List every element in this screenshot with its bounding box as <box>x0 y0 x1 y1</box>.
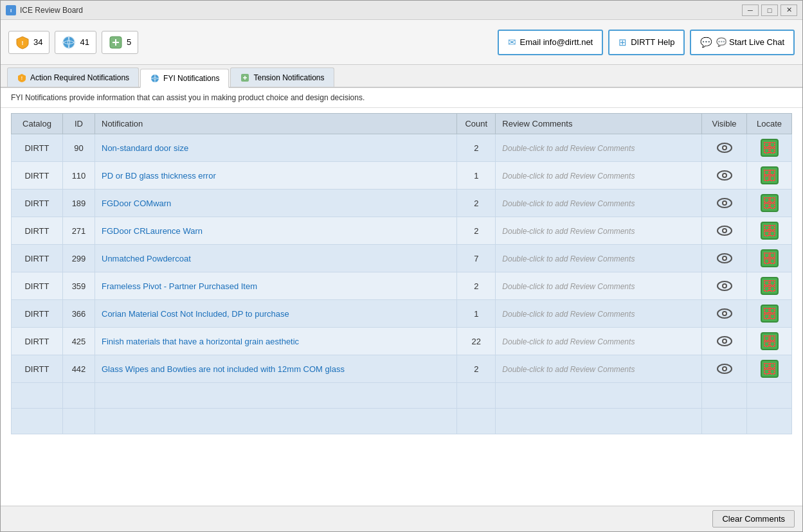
locate-icon <box>761 139 779 157</box>
notification-link[interactable]: FGDoor COMwarn <box>102 199 171 208</box>
cell-review-comments[interactable]: Double-click to add Review Comments <box>496 162 702 190</box>
info-text: FYI Notifications provide information th… <box>11 93 365 102</box>
minimize-button[interactable]: ─ <box>742 4 759 16</box>
notification-link[interactable]: FGDoor CRLaurence Warn <box>102 226 203 236</box>
notification-link[interactable]: Corian Material Cost Not Included, DP to… <box>102 309 289 319</box>
locate-button[interactable] <box>753 360 785 378</box>
svg-rect-47 <box>770 259 775 263</box>
cell-review-comments[interactable]: Double-click to add Review Comments <box>496 355 702 383</box>
cell-catalog: DIRTT <box>12 272 63 300</box>
locate-button[interactable] <box>753 249 785 267</box>
cell-visible <box>702 190 747 217</box>
cell-review-comments[interactable]: Double-click to add Review Comments <box>496 245 702 272</box>
cell-notification[interactable]: FGDoor CRLaurence Warn <box>95 217 457 245</box>
cell-notification[interactable]: Glass Wipes and Bowties are not included… <box>95 355 457 383</box>
fyi-badge-button[interactable]: 41 <box>55 31 96 54</box>
cell-review-comments[interactable]: Double-click to add Review Comments <box>496 272 702 300</box>
locate-button[interactable] <box>753 139 785 157</box>
visibility-toggle-button[interactable] <box>708 197 740 209</box>
svg-rect-68 <box>770 342 775 346</box>
visibility-toggle-button[interactable] <box>708 141 740 154</box>
cell-notification[interactable]: PD or BD glass thickness error <box>95 162 457 190</box>
svg-rect-52 <box>770 281 775 285</box>
col-header-notification: Notification <box>95 114 457 134</box>
svg-rect-73 <box>770 364 775 368</box>
locate-button[interactable] <box>753 305 785 323</box>
cell-catalog: DIRTT <box>12 217 63 245</box>
visibility-toggle-button[interactable] <box>708 335 740 348</box>
cell-review-comments[interactable]: Double-click to add Review Comments <box>496 190 702 217</box>
svg-rect-23 <box>764 170 769 175</box>
col-header-locate: Locate <box>747 114 792 134</box>
empty-cell <box>12 409 63 434</box>
svg-rect-19 <box>770 148 775 153</box>
cell-notification[interactable]: FGDoor COMwarn <box>95 190 457 217</box>
empty-cell <box>12 383 63 409</box>
svg-rect-39 <box>764 231 769 236</box>
table-row: DIRTT271FGDoor CRLaurence Warn2Double-cl… <box>12 217 792 245</box>
locate-icon <box>761 360 779 378</box>
cell-review-comments[interactable]: Double-click to add Review Comments <box>496 328 702 355</box>
tabs-bar: ! Action Required Notifications FYI Noti… <box>1 65 802 88</box>
visibility-toggle-button[interactable] <box>708 279 740 292</box>
locate-button[interactable] <box>753 277 785 295</box>
cell-count: 1 <box>457 300 496 328</box>
visibility-toggle-button[interactable] <box>708 169 740 182</box>
visibility-toggle-button[interactable] <box>708 362 740 375</box>
notification-link[interactable]: Frameless Pivot - Partner Purchased Item <box>102 281 257 291</box>
cell-review-comments[interactable]: Double-click to add Review Comments <box>496 134 702 162</box>
close-button[interactable]: ✕ <box>780 4 797 16</box>
cell-notification[interactable]: Non-standard door size <box>95 134 457 162</box>
cell-catalog: DIRTT <box>12 162 63 190</box>
col-header-review: Review Comments <box>496 114 702 134</box>
cell-notification[interactable]: Corian Material Cost Not Included, DP to… <box>95 300 457 328</box>
table-header-row: Catalog ID Notification Count Review Com… <box>12 114 792 134</box>
cell-count: 7 <box>457 245 496 272</box>
action-required-badge-button[interactable]: ! 34 <box>8 31 50 54</box>
dirtt-help-button[interactable]: ⊞ DIRTT Help <box>608 30 685 55</box>
tension-badge-button[interactable]: 5 <box>102 31 138 54</box>
shield-badge-icon: ! <box>15 35 30 49</box>
locate-button[interactable] <box>753 222 785 240</box>
svg-rect-60 <box>764 314 769 319</box>
locate-button[interactable] <box>753 166 785 184</box>
notification-link[interactable]: Unmatched Powdercoat <box>102 254 191 263</box>
visibility-toggle-button[interactable] <box>708 224 740 237</box>
col-header-count: Count <box>457 114 496 134</box>
svg-rect-30 <box>764 198 769 202</box>
locate-button[interactable] <box>753 194 785 212</box>
cell-catalog: DIRTT <box>12 245 63 272</box>
locate-button[interactable] <box>753 332 785 350</box>
svg-point-29 <box>723 202 726 204</box>
review-placeholder: Double-click to add Review Comments <box>502 337 635 346</box>
visibility-toggle-button[interactable] <box>708 252 740 265</box>
maximize-button[interactable]: □ <box>761 4 778 16</box>
eye-icon <box>716 141 734 154</box>
clear-comments-button[interactable]: Clear Comments <box>712 510 795 528</box>
live-chat-button[interactable]: 💬 💬 Start Live Chat <box>690 30 795 55</box>
tab-action-required[interactable]: ! Action Required Notifications <box>7 67 139 87</box>
svg-point-9 <box>151 75 159 82</box>
cell-locate <box>747 355 792 383</box>
cell-review-comments[interactable]: Double-click to add Review Comments <box>496 217 702 245</box>
notification-link[interactable]: Glass Wipes and Bowties are not included… <box>102 364 345 374</box>
svg-rect-33 <box>770 204 775 208</box>
cell-review-comments[interactable]: Double-click to add Review Comments <box>496 300 702 328</box>
notification-link[interactable]: PD or BD glass thickness error <box>102 171 216 181</box>
svg-rect-46 <box>764 259 769 263</box>
cell-visible <box>702 245 747 272</box>
tab-fyi[interactable]: FYI Notifications <box>140 69 229 88</box>
visibility-toggle-button[interactable] <box>708 307 740 320</box>
info-bar: FYI Notifications provide information th… <box>1 88 802 108</box>
cell-notification[interactable]: Frameless Pivot - Partner Purchased Item <box>95 272 457 300</box>
notification-link[interactable]: Finish materials that have a horizontal … <box>102 337 299 346</box>
cell-notification[interactable]: Finish materials that have a horizontal … <box>95 328 457 355</box>
svg-rect-74 <box>764 369 769 374</box>
cell-notification[interactable]: Unmatched Powdercoat <box>95 245 457 272</box>
tab-tension[interactable]: Tension Notifications <box>230 67 334 87</box>
svg-rect-44 <box>764 253 769 258</box>
eye-icon <box>716 362 734 375</box>
cell-visible <box>702 272 747 300</box>
notification-link[interactable]: Non-standard door size <box>102 143 188 153</box>
email-button[interactable]: ✉ Email info@dirtt.net <box>498 30 604 55</box>
